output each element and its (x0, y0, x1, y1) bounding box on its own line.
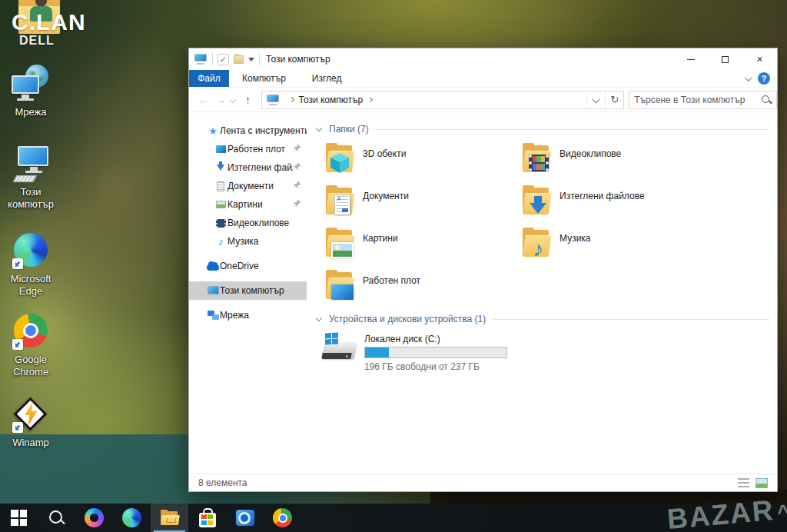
pin-icon (293, 181, 304, 191)
this-pc-icon (12, 145, 50, 183)
expand-ribbon-icon[interactable] (745, 74, 752, 81)
folders-column-2: Видеоклипове Изтеглени файлове ♪ Музика (520, 141, 717, 304)
desktop-icon-this-pc[interactable]: Този компютър (0, 145, 61, 211)
sidebar-item-network[interactable]: Мрежа (189, 306, 307, 324)
monitor-base (25, 171, 42, 173)
breadcrumb-location[interactable]: Този компютър (299, 95, 364, 105)
help-button[interactable]: ? (758, 72, 770, 85)
folder-label: Документи (363, 191, 409, 219)
folder-label: 3D обекти (363, 148, 406, 177)
taskbar-outlook-button[interactable] (226, 504, 264, 532)
filmstrip-icon (529, 155, 549, 171)
group-header-folders[interactable]: Папки (7) (314, 121, 769, 137)
taskbar-edge-button[interactable] (113, 504, 151, 532)
documents-icon (214, 181, 227, 191)
taskbar-file-explorer-button[interactable] (151, 504, 188, 532)
caption-buttons: × (673, 48, 777, 70)
properties-icon[interactable]: ✓ (218, 54, 229, 65)
network-icon (206, 311, 220, 320)
sidebar-item-label: Лента с инструменти (220, 125, 307, 136)
capacity-bar (364, 347, 507, 358)
sidebar-item-quick-access[interactable]: ★ Лента с инструменти (189, 121, 307, 140)
file-explorer-icon (160, 510, 180, 526)
sidebar-item-videos[interactable]: Видеоклипове (189, 214, 307, 232)
breadcrumb-chevron-icon[interactable] (367, 97, 373, 102)
start-button[interactable] (0, 504, 38, 532)
drive-face (321, 353, 352, 359)
this-pc-icon (267, 95, 280, 105)
sidebar-item-label: Работен плот (227, 144, 293, 155)
taskbar-copilot-button[interactable] (75, 504, 113, 532)
sidebar-item-label: Мрежа (220, 310, 307, 321)
search-input[interactable] (629, 95, 760, 105)
address-dropdown-button[interactable] (586, 91, 605, 108)
shortcut-arrow-icon (12, 339, 23, 350)
large-icons-view-button[interactable] (755, 478, 768, 488)
sidebar-item-downloads[interactable]: Изтеглени файлове (189, 158, 307, 177)
breadcrumb-chevron-icon[interactable] (288, 97, 294, 102)
desktop-icon-network[interactable]: Мрежа (0, 65, 61, 118)
up-button[interactable]: ↑ (240, 94, 257, 106)
group-header-devices[interactable]: Устройства и дискови устройства (1) (314, 311, 769, 327)
folder-icon (324, 184, 356, 216)
sidebar-item-music[interactable]: ♪ Музика (189, 232, 307, 251)
tab-file[interactable]: Файл (189, 70, 229, 87)
folder-label: Видеоклипове (560, 148, 621, 177)
new-folder-icon[interactable] (234, 55, 244, 64)
recent-locations-icon[interactable] (229, 96, 235, 102)
minimize-button[interactable] (673, 48, 708, 70)
search-box[interactable] (629, 91, 777, 109)
sidebar-item-desktop[interactable]: Работен плот (189, 140, 307, 158)
folder-tile-pictures[interactable]: Картини (324, 226, 520, 261)
details-view-button[interactable] (738, 478, 749, 488)
customize-toolbar-icon[interactable] (248, 58, 254, 62)
desktop-icon-winamp[interactable]: Winamp (0, 395, 61, 449)
windows-logo-icon (11, 510, 27, 526)
sidebar-item-documents[interactable]: Документи (189, 177, 307, 195)
close-button[interactable]: × (742, 48, 777, 70)
folder-icon (520, 184, 553, 216)
pin-icon (293, 162, 304, 173)
folder-tile-3d-objects[interactable]: 3D обекти (324, 141, 520, 177)
taskbar-store-button[interactable] (188, 504, 226, 532)
taskbar-chrome-button[interactable] (264, 504, 301, 532)
sidebar-item-label: OneDrive (220, 261, 307, 271)
window-title: Този компютър (266, 54, 330, 65)
desktop-icon-edge[interactable]: Microsoft Edge (0, 231, 61, 298)
edge-icon (122, 508, 141, 527)
taskbar-search-button[interactable] (38, 504, 75, 532)
keyboard-icon (13, 175, 38, 182)
folder-label: Работен плот (363, 275, 420, 304)
maximize-button[interactable] (708, 48, 742, 70)
drive-label: Локален диск (C:) (364, 334, 507, 344)
folder-icon (520, 141, 553, 174)
address-bar[interactable]: Този компютър ↻ (261, 91, 625, 109)
tab-view[interactable]: Изглед (299, 70, 355, 87)
photo-watermark-clan: C.LAN (12, 9, 86, 35)
quick-access-toolbar: ✓ (189, 53, 260, 65)
search-icon[interactable] (760, 94, 772, 106)
folder-label: Музика (560, 233, 591, 261)
collapse-group-icon[interactable] (316, 315, 322, 321)
sidebar-item-label: Музика (227, 236, 307, 247)
folder-tile-videos[interactable]: Видеоклипове (520, 141, 717, 177)
tab-computer[interactable]: Компютър (229, 70, 299, 87)
network-icon (12, 65, 50, 103)
folder-tile-desktop[interactable]: Работен плот (324, 268, 520, 304)
folder-tile-documents[interactable]: Документи (324, 184, 520, 219)
sidebar-item-pictures[interactable]: Картини (189, 195, 307, 214)
search-icon (48, 510, 65, 527)
title-bar[interactable]: ✓ Този компютър × (189, 48, 777, 70)
music-note-icon: ♪ (533, 238, 543, 260)
refresh-button[interactable]: ↻ (605, 91, 623, 108)
drive-info: Локален диск (C:) 196 ГБ свободни от 237… (364, 333, 507, 372)
drive-tile-local-disk-c[interactable]: Локален диск (C:) 196 ГБ свободни от 237… (322, 333, 769, 372)
folder-tile-music[interactable]: ♪ Музика (520, 226, 717, 261)
forward-button[interactable]: → (212, 94, 229, 106)
collapse-group-icon[interactable] (316, 125, 322, 131)
sidebar-item-this-pc[interactable]: Този компютър (189, 281, 307, 300)
sidebar-item-onedrive[interactable]: OneDrive (189, 257, 307, 275)
folder-tile-downloads[interactable]: Изтеглени файлове (520, 184, 717, 219)
back-button[interactable]: ← (195, 94, 212, 106)
desktop-icon-chrome[interactable]: Google Chrome (0, 312, 61, 378)
